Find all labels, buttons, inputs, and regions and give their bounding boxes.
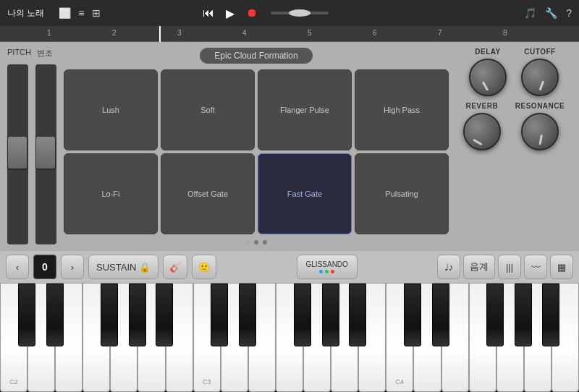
dot-1[interactable]	[245, 240, 250, 244]
glissando-dot-blue	[319, 270, 323, 273]
octave-up-button[interactable]: ›	[61, 255, 84, 279]
wrench-icon[interactable]: 🔧	[545, 7, 557, 19]
arpeggio-button[interactable]: 〰	[524, 255, 547, 279]
metronome-icon[interactable]: 🎵	[524, 7, 536, 19]
ruler-marker-5: 5	[308, 29, 312, 37]
left-sliders: PITCH 변조	[7, 48, 56, 244]
scale-button[interactable]: 음계	[463, 255, 495, 279]
key-as2[interactable]	[156, 284, 173, 346]
key-fs2[interactable]	[101, 284, 118, 346]
ruler-marker-2: 2	[112, 29, 117, 37]
key-gs4[interactable]	[515, 284, 532, 346]
resonance-indicator	[539, 135, 543, 145]
c4-label: C4	[396, 378, 405, 385]
pads-grid: Lush Soft Flanger Pulse High Pass Lo-Fi …	[64, 69, 449, 234]
reverb-knob[interactable]	[463, 113, 501, 150]
glissando-dot-green	[325, 270, 329, 273]
key-fs4[interactable]	[486, 284, 504, 346]
key-ds4[interactable]	[432, 284, 449, 346]
pad-flanger-pulse[interactable]: Flanger Pulse	[258, 69, 352, 150]
instrument-selector-button[interactable]: 🎸	[163, 255, 187, 279]
pad-pulsating[interactable]: Pulsating	[355, 153, 449, 234]
pitch-label: PITCH	[7, 48, 28, 59]
progress-bar[interactable]	[271, 12, 329, 14]
delay-label: DELAY	[475, 48, 500, 56]
key-ds2[interactable]	[46, 284, 64, 346]
slider-labels: PITCH 변조	[7, 48, 56, 59]
mod-thumb[interactable]	[36, 137, 55, 169]
record-button[interactable]: ⏺	[243, 5, 261, 21]
notes-button[interactable]: ♩♪	[437, 255, 460, 279]
key-gs2[interactable]	[129, 284, 146, 346]
glissando-dot-red	[331, 270, 334, 273]
pad-high-pass[interactable]: High Pass	[355, 69, 449, 150]
resonance-knob[interactable]	[521, 113, 559, 150]
glissando-button[interactable]: GLISSANDO	[297, 255, 358, 279]
instrument-area: PITCH 변조 Epic Cloud Formation Lush Soft …	[0, 42, 579, 250]
pad-fast-gate[interactable]: Fast Gate	[258, 153, 352, 234]
resonance-label: RESONANCE	[515, 102, 565, 110]
right-knobs: DELAY CUTOFF REVERB	[456, 48, 572, 244]
transport-controls: ⏮ ▶ ⏺	[200, 5, 333, 22]
play-button[interactable]: ▶	[223, 5, 237, 22]
sustain-button[interactable]: SUSTAIN 🔒	[88, 255, 159, 279]
playhead[interactable]	[159, 26, 161, 42]
cutoff-knob[interactable]	[521, 59, 559, 96]
reverb-indicator	[473, 139, 483, 146]
tracks-icon[interactable]: ≡	[78, 7, 84, 19]
pitch-slider[interactable]	[7, 64, 28, 244]
emoji-button[interactable]: 🙂	[192, 255, 216, 279]
plugin-button[interactable]: ▦	[550, 255, 573, 279]
preset-name[interactable]: Epic Cloud Formation	[200, 48, 312, 64]
top-knob-row: DELAY CUTOFF	[456, 48, 572, 96]
octave-down-button[interactable]: ‹	[6, 255, 29, 279]
reverb-group: REVERB	[463, 102, 501, 150]
dot-2[interactable]	[254, 240, 258, 244]
ruler-marker-3: 3	[177, 29, 182, 37]
pad-offset-gate[interactable]: Offset Gate	[161, 153, 255, 234]
ruler-marker-7: 7	[438, 29, 442, 37]
ruler-marker-8: 8	[503, 29, 507, 37]
pitch-thumb[interactable]	[8, 137, 27, 169]
mod-slider[interactable]	[35, 64, 56, 244]
glissando-dots	[319, 270, 334, 273]
keyboard-container: C2 C3 C4	[0, 284, 579, 392]
delay-indicator	[482, 81, 489, 91]
key-as3[interactable]	[349, 284, 366, 346]
c3-label: C3	[203, 378, 211, 385]
app-container: 나의 노래 ⬜ ≡ ⊞ ⏮ ▶ ⏺ 🎵 🔧 ? 1 2 3 4 5 6 7 8	[0, 0, 579, 392]
cutoff-indicator	[539, 80, 545, 90]
ruler-marker-4: 4	[242, 29, 247, 37]
help-icon[interactable]: ?	[566, 7, 572, 19]
key-fs3[interactable]	[294, 284, 311, 346]
key-cs2[interactable]	[18, 284, 35, 346]
key-cs3[interactable]	[211, 284, 228, 346]
camera-icon[interactable]: ⬜	[59, 7, 71, 19]
sliders-row	[7, 64, 56, 244]
progress-thumb[interactable]	[289, 9, 310, 17]
cutoff-group: CUTOFF	[521, 48, 559, 96]
top-bar: 나의 노래 ⬜ ≡ ⊞ ⏮ ▶ ⏺ 🎵 🔧 ?	[0, 0, 579, 26]
ruler: 1 2 3 4 5 6 7 8	[0, 26, 579, 42]
pad-lofi[interactable]: Lo-Fi	[64, 153, 158, 234]
dot-3[interactable]	[263, 240, 267, 244]
octave-display: 0	[33, 255, 56, 279]
glissando-label: GLISSANDO	[306, 260, 348, 268]
rewind-button[interactable]: ⏮	[200, 5, 217, 21]
ruler-marker-6: 6	[373, 29, 377, 37]
pad-lush[interactable]: Lush	[64, 69, 158, 150]
key-as4[interactable]	[542, 284, 559, 346]
pad-soft[interactable]: Soft	[161, 69, 255, 150]
reverb-label: REVERB	[465, 102, 498, 110]
key-gs3[interactable]	[322, 284, 339, 346]
top-right-icons: 🎵 🔧 ?	[524, 7, 572, 19]
delay-knob[interactable]	[469, 59, 507, 96]
page-dots	[245, 240, 267, 244]
keyboard-layout-button[interactable]: |||	[498, 255, 521, 279]
bottom-knob-row: REVERB RESONANCE	[456, 102, 572, 150]
mixer-icon[interactable]: ⊞	[92, 7, 101, 19]
key-cs4[interactable]	[404, 284, 421, 346]
key-ds3[interactable]	[239, 284, 256, 346]
sustain-label: SUSTAIN	[96, 262, 136, 273]
pads-section: Epic Cloud Formation Lush Soft Flanger P…	[64, 48, 449, 244]
